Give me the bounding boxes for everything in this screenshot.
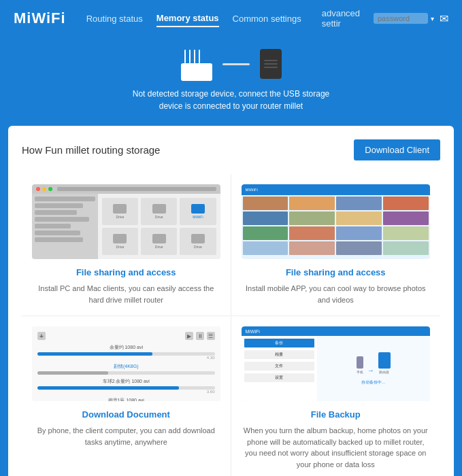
- screenshot-download: + ▶ ⏸ ☰ 余量约 1080 avi 4.30 剧情(4: [32, 326, 220, 401]
- section-title: How Fun millet routing storage: [22, 144, 160, 156]
- feature-3-title: Download Document: [32, 409, 220, 420]
- screenshot-backup: MiWiFi 备份 相册 文件 设置: [242, 326, 431, 401]
- nav-routing-status[interactable]: Routing status: [86, 11, 143, 27]
- header: MiWiFi Routing status Memory status Comm…: [0, 0, 462, 37]
- usb-device-icon: [260, 49, 282, 79]
- feature-download-document: + ▶ ⏸ ☰ 余量约 1080 avi 4.30 剧情(4: [22, 316, 231, 476]
- chevron-down-icon: ▾: [431, 15, 434, 22]
- nav-memory-status[interactable]: Memory status: [156, 10, 219, 27]
- feature-4-title: File Backup: [242, 409, 431, 420]
- feature-3-desc: By phone, the client computer, you can a…: [32, 425, 220, 447]
- main-nav: Routing status Memory status Common sett…: [86, 10, 301, 27]
- hero-description: Not detected storage device, connect the…: [133, 88, 330, 112]
- advanced-settings[interactable]: advanced settir ▾: [322, 8, 434, 29]
- feature-1-desc: Install PC and Mac clients, you can easi…: [32, 283, 220, 305]
- router-icon: [181, 47, 212, 81]
- advanced-input[interactable]: [374, 13, 428, 24]
- download-client-button[interactable]: Download Client: [354, 139, 440, 160]
- nav-common-settings[interactable]: Common settings: [233, 11, 301, 27]
- feature-file-sharing-pc: Drive Drive MiWiFi: [22, 174, 231, 316]
- feature-2-desc: Install mobile APP, you can cool way to …: [242, 283, 431, 305]
- logo: MiWiFi: [14, 10, 66, 27]
- feature-2-title: File sharing and access: [242, 267, 431, 277]
- feature-grid: Drive Drive MiWiFi: [22, 174, 440, 476]
- section-header: How Fun millet routing storage Download …: [22, 139, 440, 160]
- usb-cable-icon: [222, 63, 250, 65]
- advanced-label: advanced settir: [322, 8, 371, 29]
- hero-icons: [181, 47, 282, 81]
- header-right: advanced settir ▾ ✉: [322, 8, 448, 29]
- screenshot-mac: Drive Drive MiWiFi: [32, 184, 220, 259]
- hero-section: Not detected storage device, connect the…: [0, 37, 462, 126]
- feature-file-backup: MiWiFi 备份 相册 文件 设置: [231, 316, 441, 476]
- main-content: How Fun millet routing storage Download …: [8, 126, 454, 476]
- feature-1-title: File sharing and access: [32, 267, 220, 277]
- feature-4-desc: When you turn the album backup, home pho…: [242, 425, 431, 470]
- screenshot-mobile: MiWiFi: [242, 184, 431, 259]
- mail-icon[interactable]: ✉: [440, 12, 448, 25]
- feature-file-sharing-mobile: MiWiFi: [231, 174, 441, 316]
